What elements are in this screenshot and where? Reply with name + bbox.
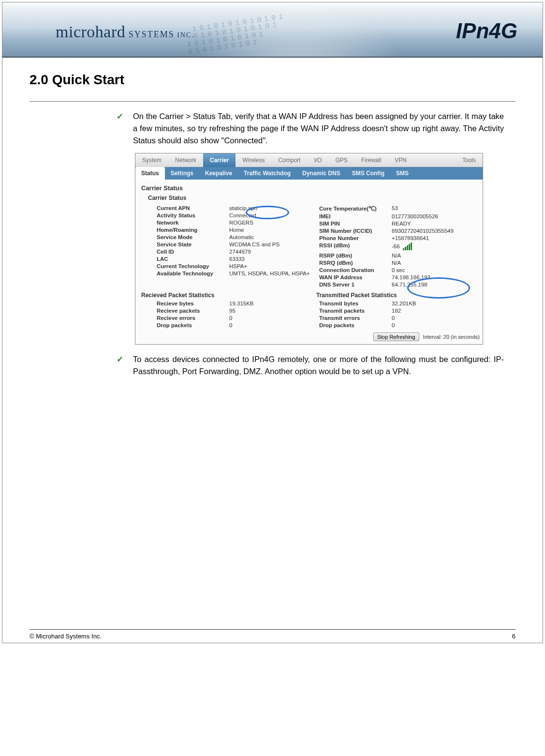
status-key: LAC: [157, 256, 229, 262]
status-row: DNS Server 164.71.255.198: [319, 281, 477, 288]
top-tab-wireless[interactable]: Wireless: [236, 153, 271, 167]
status-value: 89302720401025355549: [392, 228, 477, 234]
bullet-text-1: On the Carrier > Status Tab, verify that…: [133, 110, 504, 146]
status-value: UMTS, HSDPA, HSUPA, HSPA+: [229, 271, 314, 276]
sub-tab-keepalive[interactable]: Keepalive: [199, 167, 238, 180]
checkmark-icon: ✓: [117, 353, 125, 378]
status-left-column: Current APNstaticip.apnActivity StatusCo…: [157, 204, 314, 288]
page-title: 2.0 Quick Start: [29, 72, 516, 88]
brand-main: microhard: [56, 23, 125, 41]
page-banner: 1010101010101 010101010101 10101010101 0…: [2, 2, 543, 58]
status-key: Service State: [157, 242, 229, 247]
status-key: Transmit bytes: [319, 301, 392, 306]
status-key: RSSI (dBm): [319, 242, 392, 251]
status-key: Core Temperature(℃): [319, 205, 392, 212]
status-row: Transmit packets182: [319, 307, 477, 314]
status-key: DNS Server 1: [319, 282, 392, 287]
status-value: 63333: [229, 256, 314, 262]
stop-refreshing-button[interactable]: Stop Refreshing: [373, 333, 419, 341]
status-value: 2744979: [229, 249, 314, 255]
status-value: 182: [392, 308, 477, 314]
bullet-text-2: To access devices connected to IPn4G rem…: [133, 353, 504, 378]
status-value: 32.201KB: [392, 301, 477, 306]
status-value: Automatic: [229, 234, 314, 240]
section-title: Carrier Status: [135, 180, 483, 193]
status-row: Drop packets0: [319, 321, 477, 329]
status-value: Home: [229, 227, 314, 233]
footer-copyright: © Microhard Systems Inc.: [29, 633, 102, 640]
brand-systems: SYSTEMS: [125, 30, 175, 39]
status-key: Drop packets: [157, 322, 229, 328]
status-key: Recieve errors: [157, 315, 229, 321]
status-value: N/A: [392, 253, 477, 258]
tx-stats-header: Transmitted Packet Statistics: [302, 292, 477, 299]
status-key: Drop packets: [319, 322, 392, 328]
top-tab-comport[interactable]: Comport: [271, 153, 307, 167]
status-row: SIM Number (ICCID)89302720401025355549: [319, 227, 477, 234]
status-value: HSPA+: [229, 263, 314, 269]
status-value: 64.71.255.198: [392, 282, 477, 287]
status-key: Current APN: [157, 205, 229, 211]
status-value: 53: [392, 205, 477, 212]
status-row: Recieve packets95: [157, 307, 314, 314]
tx-stats-column: Transmit bytes32.201KBTransmit packets18…: [319, 300, 477, 329]
sub-tab-settings[interactable]: Settings: [165, 167, 199, 180]
status-row: Available TechnologyUMTS, HSDPA, HSUPA, …: [157, 270, 314, 277]
top-tab-tools[interactable]: Tools: [456, 153, 483, 167]
status-key: Connection Duration: [319, 267, 392, 273]
status-key: Phone Number: [319, 235, 392, 241]
top-tab-carrier[interactable]: Carrier: [203, 153, 236, 167]
status-value: -66: [392, 242, 477, 251]
status-row: NetworkROGERS: [157, 219, 314, 226]
status-row: SIM PINREADY: [319, 220, 477, 227]
status-row: Drop packets0: [157, 321, 314, 329]
status-row: Phone Number+15878938641: [319, 234, 477, 242]
top-tab-vpn[interactable]: VPN: [388, 153, 413, 167]
top-tab-firewall[interactable]: Firewall: [354, 153, 388, 167]
status-row: Transmit bytes32.201KB: [319, 300, 477, 307]
status-row: RSSI (dBm)-66: [319, 242, 477, 252]
status-row: LAC63333: [157, 255, 314, 262]
status-value: ROGERS: [229, 220, 314, 226]
status-value: 012773002005526: [392, 213, 477, 219]
status-key: RSRP (dBm): [319, 253, 392, 258]
sub-tab-sms[interactable]: SMS: [390, 167, 414, 180]
sub-tab-row: StatusSettingsKeepaliveTraffic WatchdogD…: [135, 167, 483, 180]
status-key: IMEI: [319, 213, 392, 219]
status-key: Home/Roaming: [157, 227, 229, 233]
title-rule: [29, 101, 516, 102]
status-key: Recieve bytes: [157, 301, 229, 306]
top-tab-network[interactable]: Network: [168, 153, 203, 167]
status-key: Recieve packets: [157, 308, 229, 314]
top-tab-system[interactable]: System: [135, 153, 168, 167]
top-tab-gps[interactable]: GPS: [328, 153, 354, 167]
status-key: RSRQ (dBm): [319, 260, 392, 266]
status-key: WAN IP Address: [319, 274, 392, 280]
company-logo-text: microhard SYSTEMS INC.: [56, 23, 194, 41]
status-value: 0 sec: [392, 267, 477, 273]
sub-tab-sms-config[interactable]: SMS Config: [346, 167, 390, 180]
status-value: 19.315KB: [229, 301, 314, 306]
top-tab-i/o[interactable]: I/O: [307, 153, 328, 167]
status-key: Available Technology: [157, 271, 229, 276]
status-value: 0: [392, 322, 477, 328]
status-row: Service ModeAutomatic: [157, 233, 314, 241]
background-binary-art: 1010101010101 010101010101 10101010101 0…: [185, 13, 289, 56]
status-value: 74.198.186.193: [392, 274, 477, 280]
rx-stats-header: Recieved Packet Statistics: [141, 292, 302, 299]
status-key: Network: [157, 220, 229, 226]
subsection-title: Carrier Status: [135, 193, 483, 204]
sub-tab-status[interactable]: Status: [135, 167, 165, 180]
status-row: Recieve bytes19.315KB: [157, 300, 314, 307]
status-key: Activity Status: [157, 212, 229, 218]
status-key: Transmit packets: [319, 308, 392, 314]
status-key: Service Mode: [157, 234, 229, 240]
status-value: +15878938641: [392, 235, 477, 241]
status-value: 0: [229, 322, 314, 328]
status-row: Transmit errors0: [319, 314, 477, 321]
carrier-status-screenshot: SystemNetworkCarrierWirelessComportI/OGP…: [135, 153, 483, 345]
sub-tab-traffic-watchdog[interactable]: Traffic Watchdog: [238, 167, 296, 180]
sub-tab-dynamic-dns[interactable]: Dynamic DNS: [296, 167, 346, 180]
status-row: Current TechnologyHSPA+: [157, 262, 314, 270]
status-value: WCDMA CS and PS: [229, 242, 314, 247]
